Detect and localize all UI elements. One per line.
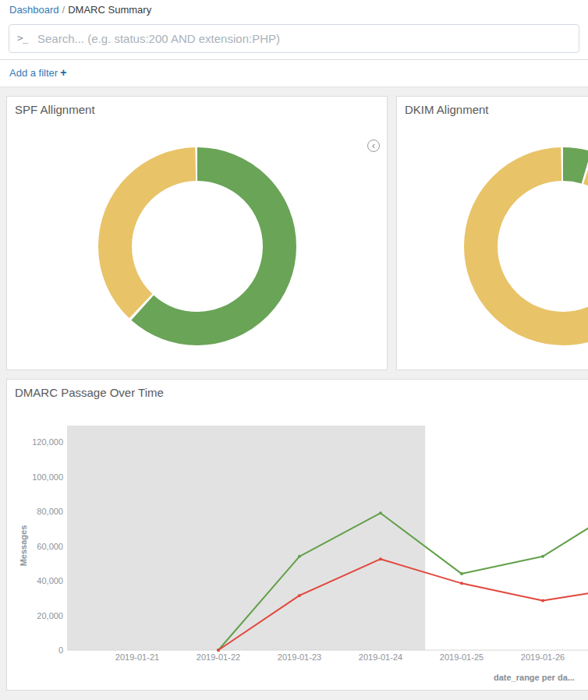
breadcrumb-current: DMARC Summary — [68, 4, 151, 16]
svg-text:2019-01-24: 2019-01-24 — [359, 652, 402, 662]
svg-text:2019-01-23: 2019-01-23 — [278, 652, 321, 662]
spf-donut-chart[interactable] — [97, 146, 298, 347]
svg-text:0: 0 — [58, 645, 63, 655]
plus-icon: + — [60, 66, 66, 79]
svg-text:40,000: 40,000 — [37, 576, 63, 585]
svg-text:60,000: 60,000 — [37, 542, 63, 551]
circle-arrow-icon[interactable]: ‹ — [367, 140, 380, 152]
circle-arrow-glyph: ‹ — [372, 140, 375, 151]
svg-text:2019-01-21: 2019-01-21 — [115, 652, 159, 662]
filter-bar: Add a filter+ — [0, 60, 588, 87]
svg-text:100,000: 100,000 — [32, 472, 63, 482]
svg-text:80,000: 80,000 — [37, 507, 63, 516]
breadcrumb-separator: / — [62, 4, 66, 16]
add-filter-button[interactable]: Add a filter+ — [9, 67, 66, 79]
spf-alignment-panel: SPF Allignment ‹ — [6, 96, 388, 370]
search-input[interactable] — [9, 24, 579, 53]
dashboard-area: SPF Allignment ‹ DKIM Alignment DMARC Pa… — [0, 87, 588, 700]
x-axis-title: date_range per da... — [494, 673, 575, 682]
svg-text:2019-01-25: 2019-01-25 — [440, 652, 484, 662]
breadcrumb: Dashboard/DMARC Summary — [0, 0, 588, 19]
breadcrumb-dashboard-link[interactable]: Dashboard — [9, 4, 59, 16]
add-filter-label: Add a filter — [9, 67, 58, 79]
dmarc-panel-title: DMARC Passage Over Time — [7, 380, 588, 405]
search-bar: >_ — [0, 19, 588, 60]
spf-panel-title: SPF Allignment — [7, 97, 387, 122]
dkim-alignment-panel: DKIM Alignment — [396, 96, 588, 370]
svg-text:2019-01-26: 2019-01-26 — [521, 652, 565, 662]
dmarc-passage-panel: DMARC Passage Over Time Messages 020,000… — [6, 379, 588, 691]
dkim-donut-chart[interactable] — [462, 146, 588, 347]
svg-text:120,000: 120,000 — [32, 437, 63, 447]
svg-text:2019-01-22: 2019-01-22 — [197, 652, 240, 662]
console-prompt-icon: >_ — [17, 32, 28, 44]
dkim-panel-title: DKIM Alignment — [397, 97, 588, 122]
svg-text:20,000: 20,000 — [37, 611, 63, 620]
dmarc-line-chart[interactable]: 020,00040,00060,00080,000100,000120,0002… — [7, 407, 588, 667]
